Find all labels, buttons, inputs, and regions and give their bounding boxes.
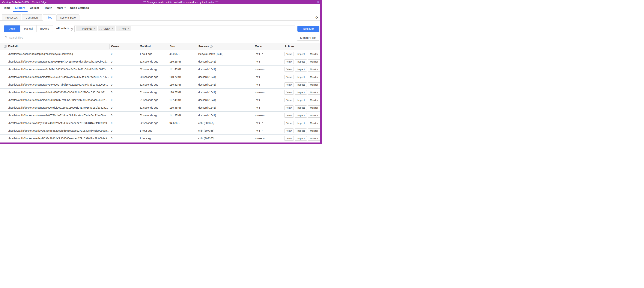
drag-handle-icon[interactable]: ⋮⋮ — [77, 28, 81, 30]
nav-item-explore[interactable]: Explore ▾ — [13, 4, 28, 12]
tab-processes[interactable]: Processes — [2, 14, 21, 20]
page: Viewing: 9c1414c0d095 Restart Edge *** C… — [0, 0, 322, 144]
tab-containers[interactable]: Containers — [22, 14, 42, 20]
modified-cell: 51 seconds ago — [138, 91, 168, 94]
view-button[interactable]: View — [284, 98, 294, 102]
process-cell: cribl (307355) — [197, 129, 253, 132]
drag-handle-icon[interactable]: ⋮⋮ — [98, 28, 102, 30]
process-cell: dockerd (1641) — [197, 68, 253, 71]
nav-item-health[interactable]: Health ▾ — [42, 4, 54, 12]
tab-system-state[interactable]: System State — [56, 14, 80, 20]
close-icon[interactable]: ✕ — [317, 1, 320, 3]
monitor-button[interactable]: Monitor — [308, 82, 320, 87]
inspect-button[interactable]: Inspect — [295, 121, 307, 125]
monitor-button[interactable]: Monitor — [308, 75, 320, 79]
nav-item-home[interactable]: Home ▾ — [0, 4, 13, 12]
view-button[interactable]: View — [284, 52, 294, 56]
monitor-button[interactable]: Monitor — [308, 105, 320, 110]
inspect-button[interactable]: Inspect — [295, 128, 307, 133]
mode-label: Browse — [40, 27, 49, 30]
modified-cell: 52 seconds ago — [138, 68, 168, 71]
table-row: /hostfs/var/lib/docker/containers/9c1414… — [0, 65, 320, 73]
monitor-files-button[interactable]: Monitor Files — [297, 35, 320, 41]
leader-override-banner: Viewing: 9c1414c0d095 Restart Edge *** C… — [0, 0, 322, 4]
table-row: /hostfs/var/lib/docker/containers/de9d6b… — [0, 96, 320, 104]
filepath-cell: /hostfs/var/lib/docker/containers/c6964d… — [0, 106, 110, 109]
mode-cell: -rw-r--r-- — [253, 52, 283, 55]
monitor-button[interactable]: Monitor — [308, 98, 320, 102]
column-header-label: Actions — [285, 45, 294, 48]
view-button[interactable]: View — [284, 90, 294, 95]
tab-files[interactable]: Files — [43, 14, 56, 20]
refresh-icon[interactable]: ⟳ — [316, 16, 318, 19]
inspect-button[interactable]: Inspect — [295, 98, 307, 102]
actions-cell: ViewInspectMonitor — [283, 136, 320, 141]
process-help-icon[interactable]: ? — [210, 45, 212, 48]
inspect-button[interactable]: Inspect — [295, 52, 307, 56]
view-button[interactable]: View — [284, 67, 294, 71]
files-table: FilePath Owner Modified Size Process? Mo… — [0, 43, 320, 142]
inspect-button[interactable]: Inspect — [295, 82, 307, 87]
view-button[interactable]: View — [284, 75, 294, 79]
nav-item-collect[interactable]: Collect ▾ — [28, 4, 42, 12]
search-row: Monitor Files — [0, 35, 322, 41]
search-input[interactable] — [3, 35, 78, 40]
owner-cell: 0 — [110, 83, 138, 86]
view-button[interactable]: View — [284, 59, 294, 64]
tag-remove-icon[interactable]: ✕ — [112, 27, 114, 30]
monitor-button[interactable]: Monitor — [308, 113, 320, 118]
inspect-button[interactable]: Inspect — [295, 113, 307, 118]
tag-label: *log — [122, 27, 126, 30]
mode-label: Auto — [9, 27, 15, 30]
allowlist-tag-journal[interactable]: ⋮⋮ !*.journal ✕ — [76, 26, 97, 31]
size-cell: 94.63KB — [168, 122, 197, 125]
restart-edge-link[interactable]: Restart Edge — [32, 1, 47, 3]
allowlist-tags-input[interactable]: ⋮⋮ !*.journal ✕ ⋮⋮ */log/* ✕ ⋮⋮ *log ✕ — [74, 25, 296, 32]
view-button[interactable]: View — [284, 113, 294, 118]
mode-button-browse[interactable]: Browse — [36, 25, 53, 32]
monitor-button[interactable]: Monitor — [308, 52, 320, 56]
columns-icon[interactable] — [4, 45, 6, 48]
table-row: /hostfs/var/lib/docker/overlay2/633c4886… — [0, 135, 320, 142]
view-button[interactable]: View — [284, 136, 294, 141]
allowlist-tag-log[interactable]: ⋮⋮ */log/* ✕ — [98, 26, 115, 31]
monitor-button[interactable]: Monitor — [308, 128, 320, 133]
monitor-button[interactable]: Monitor — [308, 90, 320, 95]
inspect-button[interactable]: Inspect — [295, 105, 307, 110]
mode-cell: -rw-r----- — [253, 68, 283, 71]
nav-item-label: Health — [44, 6, 52, 9]
tag-remove-icon[interactable]: ✕ — [128, 27, 129, 30]
inspect-button[interactable]: Inspect — [295, 136, 307, 141]
inspect-button[interactable]: Inspect — [295, 67, 307, 71]
table-row: /hostfs/var/lib/docker/containers/fbfe53… — [0, 73, 320, 81]
column-header-process: Process? — [197, 44, 253, 49]
view-button[interactable]: View — [284, 128, 294, 133]
nav-item-label: Node Settings — [70, 6, 89, 9]
inspect-button[interactable]: Inspect — [295, 75, 307, 79]
filepath-cell: /hostfs/var/lib/docker/overlay2/633c4886… — [0, 137, 110, 140]
monitor-button[interactable]: Monitor — [308, 67, 320, 71]
mode-button-manual[interactable]: Manual — [20, 25, 36, 32]
monitor-button[interactable]: Monitor — [308, 136, 320, 141]
monitor-button[interactable]: Monitor — [308, 59, 320, 64]
view-button[interactable]: View — [284, 82, 294, 87]
modified-cell: 50 seconds ago — [138, 75, 168, 78]
allowlist-label: Allowlist*? — [56, 27, 73, 30]
allowlist-help-icon[interactable]: ? — [70, 28, 73, 30]
view-button[interactable]: View — [284, 105, 294, 110]
discovery-toolbar: AutoManualBrowse Allowlist*? ⋮⋮ !*.journ… — [0, 25, 322, 32]
process-cell: lifecycle-serve (1246) — [197, 52, 253, 55]
monitor-button[interactable]: Monitor — [308, 121, 320, 125]
allowlist-tag-log[interactable]: ⋮⋮ *log ✕ — [116, 26, 131, 31]
mode-button-auto[interactable]: Auto — [4, 25, 20, 32]
nav-item-node-settings[interactable]: Node Settings ▾ — [68, 4, 91, 12]
nav-item-more[interactable]: More ▾ — [54, 4, 68, 12]
tag-remove-icon[interactable]: ✕ — [94, 27, 95, 30]
drag-handle-icon[interactable]: ⋮⋮ — [117, 28, 120, 30]
discover-button[interactable]: Discover — [298, 26, 320, 32]
inspect-button[interactable]: Inspect — [295, 90, 307, 95]
view-button[interactable]: View — [284, 121, 294, 125]
modified-cell: 51 seconds ago — [138, 98, 168, 101]
inspect-button[interactable]: Inspect — [295, 59, 307, 64]
column-header-label: Modified — [140, 45, 151, 48]
